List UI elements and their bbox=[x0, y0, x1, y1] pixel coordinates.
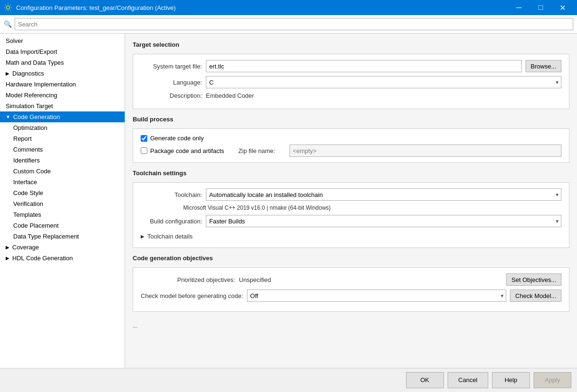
ok-button[interactable]: OK bbox=[406, 372, 444, 388]
system-target-file-input[interactable] bbox=[206, 60, 522, 72]
check-model-button[interactable]: Check Model... bbox=[510, 290, 561, 302]
close-button[interactable]: ✕ bbox=[552, 0, 573, 15]
description-label: Description: bbox=[141, 92, 202, 99]
code-gen-objectives-title: Code generation objectives bbox=[133, 255, 569, 263]
search-bar: 🔍 bbox=[0, 15, 577, 34]
sidebar-item-templates-label: Templates bbox=[13, 211, 41, 218]
sidebar-item-templates[interactable]: Templates bbox=[0, 209, 125, 220]
sidebar-item-code-generation[interactable]: ▼ Code Generation bbox=[0, 111, 125, 122]
window-title: Configuration Parameters: test_gear/Conf… bbox=[16, 4, 504, 11]
sidebar-item-hdl-label: HDL Code Generation bbox=[12, 255, 73, 262]
title-bar: Configuration Parameters: test_gear/Conf… bbox=[0, 0, 577, 15]
sidebar-item-comments[interactable]: Comments bbox=[0, 144, 125, 155]
sidebar-item-math-data-types-label: Math and Data Types bbox=[6, 59, 64, 66]
toolchain-details-label: Toolchain details bbox=[147, 233, 193, 240]
sidebar-item-diagnostics-label: Diagnostics bbox=[12, 70, 44, 77]
system-target-file-row: System target file: Browse... bbox=[141, 60, 561, 72]
build-process-title: Build process bbox=[133, 116, 569, 124]
check-model-select[interactable]: Off On bbox=[247, 290, 506, 302]
toolchain-details-expand-icon: ▶ bbox=[141, 234, 144, 239]
build-config-label: Build configuration: bbox=[141, 218, 202, 225]
build-config-row: Build configuration: Faster Builds Debug… bbox=[141, 215, 561, 227]
sidebar-item-simulation-target[interactable]: Simulation Target bbox=[0, 101, 125, 111]
build-config-select[interactable]: Faster Builds Debug Faster Runs Specify bbox=[206, 215, 561, 227]
generate-code-only-row: Generate code only bbox=[141, 135, 561, 142]
build-process-box: Generate code only Package code and arti… bbox=[133, 128, 569, 163]
toolchain-settings-box: Toolchain: Automatically locate an insta… bbox=[133, 182, 569, 248]
sidebar-item-coverage[interactable]: ▶ Coverage bbox=[0, 242, 125, 253]
check-model-label: Check model before generating code: bbox=[141, 292, 243, 299]
expand-icon-coverage: ▶ bbox=[6, 245, 9, 250]
sidebar-item-report[interactable]: Report bbox=[0, 133, 125, 144]
toolchain-details-row[interactable]: ▶ Toolchain details bbox=[141, 231, 561, 242]
window-controls: ─ □ ✕ bbox=[508, 0, 573, 15]
sidebar-item-identifiers[interactable]: Identifiers bbox=[0, 155, 125, 166]
sidebar-item-custom-code-label: Custom Code bbox=[13, 168, 51, 175]
package-code-row: Package code and artifacts Zip file name… bbox=[141, 145, 561, 157]
prioritized-objectives-row: Prioritized objectives: Unspecified Set … bbox=[141, 273, 561, 286]
system-target-file-label: System target file: bbox=[141, 63, 202, 70]
main-layout: Solver Data Import/Export Math and Data … bbox=[0, 34, 577, 368]
sidebar-item-interface[interactable]: Interface bbox=[0, 177, 125, 187]
sidebar-item-code-generation-label: Code Generation bbox=[13, 113, 60, 120]
language-row: Language: C C++ ▼ bbox=[141, 76, 561, 88]
sidebar-item-model-referencing[interactable]: Model Referencing bbox=[0, 90, 125, 101]
apply-button[interactable]: Apply bbox=[534, 372, 571, 388]
description-value: Embedded Coder bbox=[206, 92, 254, 99]
language-label: Language: bbox=[141, 79, 202, 86]
svg-point-0 bbox=[7, 6, 10, 9]
toolchain-label: Toolchain: bbox=[141, 191, 202, 198]
zip-file-input[interactable] bbox=[289, 145, 561, 157]
sidebar-item-solver[interactable]: Solver bbox=[0, 35, 125, 46]
sidebar-item-diagnostics[interactable]: ▶ Diagnostics bbox=[0, 68, 125, 79]
expand-icon-hdl: ▶ bbox=[6, 256, 9, 261]
sidebar-item-solver-label: Solver bbox=[6, 37, 23, 44]
sidebar-item-code-style-label: Code Style bbox=[13, 189, 43, 196]
sidebar-item-verification-label: Verification bbox=[13, 200, 43, 207]
browse-button[interactable]: Browse... bbox=[526, 60, 561, 72]
sidebar: Solver Data Import/Export Math and Data … bbox=[0, 34, 125, 368]
sidebar-item-comments-label: Comments bbox=[13, 146, 43, 153]
search-icon: 🔍 bbox=[4, 20, 12, 28]
toolchain-select[interactable]: Automatically locate an installed toolch… bbox=[206, 188, 561, 201]
search-input[interactable] bbox=[15, 18, 573, 30]
target-selection-title: Target selection bbox=[133, 41, 569, 49]
sidebar-item-data-import-export-label: Data Import/Export bbox=[6, 48, 57, 55]
toolchain-info: Microsoft Visual C++ 2019 v16.0 | nmake … bbox=[141, 205, 561, 211]
sidebar-item-code-placement[interactable]: Code Placement bbox=[0, 220, 125, 231]
build-config-select-wrapper: Faster Builds Debug Faster Runs Specify … bbox=[206, 215, 561, 227]
set-objectives-button[interactable]: Set Objectives... bbox=[506, 273, 561, 286]
sidebar-item-hardware-label: Hardware Implementation bbox=[6, 81, 76, 88]
maximize-button[interactable]: □ bbox=[530, 0, 552, 15]
sidebar-item-identifiers-label: Identifiers bbox=[13, 157, 40, 164]
package-code-checkbox[interactable] bbox=[141, 147, 147, 154]
sidebar-item-hardware-implementation[interactable]: Hardware Implementation bbox=[0, 79, 125, 90]
generate-code-only-checkbox[interactable] bbox=[141, 135, 147, 142]
language-select[interactable]: C C++ bbox=[206, 76, 561, 88]
sidebar-item-data-type-replacement[interactable]: Data Type Replacement bbox=[0, 231, 125, 242]
sidebar-item-optimization[interactable]: Optimization bbox=[0, 122, 125, 133]
zip-file-row: Zip file name: bbox=[238, 145, 561, 157]
help-button[interactable]: Help bbox=[492, 372, 530, 388]
sidebar-item-report-label: Report bbox=[13, 135, 32, 142]
minimize-button[interactable]: ─ bbox=[508, 0, 530, 15]
sidebar-item-code-placement-label: Code Placement bbox=[13, 222, 59, 229]
package-code-label: Package code and artifacts bbox=[150, 147, 224, 154]
sidebar-item-code-style[interactable]: Code Style bbox=[0, 187, 125, 198]
sidebar-item-math-data-types[interactable]: Math and Data Types bbox=[0, 57, 125, 68]
zip-file-label: Zip file name: bbox=[238, 147, 286, 154]
sidebar-item-optimization-label: Optimization bbox=[13, 124, 47, 131]
toolchain-row: Toolchain: Automatically locate an insta… bbox=[141, 188, 561, 201]
target-selection-box: System target file: Browse... Language: … bbox=[133, 54, 569, 109]
sidebar-item-custom-code[interactable]: Custom Code bbox=[0, 166, 125, 177]
sidebar-item-hdl-code-generation[interactable]: ▶ HDL Code Generation bbox=[0, 253, 125, 264]
bottom-bar: OK Cancel Help Apply bbox=[0, 368, 577, 392]
code-gen-objectives-box: Prioritized objectives: Unspecified Set … bbox=[133, 267, 569, 312]
sidebar-item-verification[interactable]: Verification bbox=[0, 198, 125, 209]
cancel-button[interactable]: Cancel bbox=[448, 372, 488, 388]
sidebar-item-data-type-replacement-label: Data Type Replacement bbox=[13, 233, 79, 240]
check-model-row: Check model before generating code: Off … bbox=[141, 290, 561, 302]
description-row: Description: Embedded Coder bbox=[141, 92, 561, 99]
sidebar-item-data-import-export[interactable]: Data Import/Export bbox=[0, 46, 125, 57]
generate-code-only-label: Generate code only bbox=[150, 135, 204, 142]
